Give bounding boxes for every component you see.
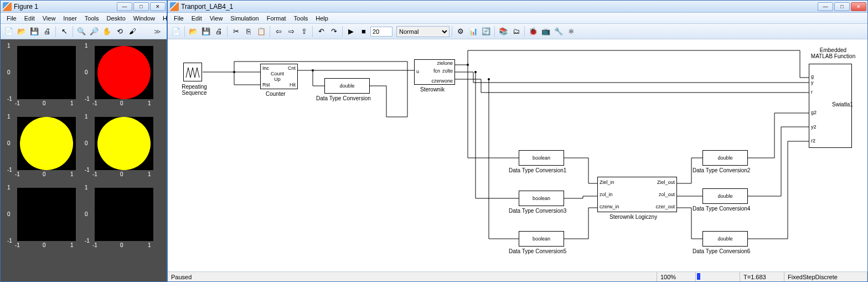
zoom-out-icon[interactable]: 🔎 xyxy=(88,25,100,38)
build-icon[interactable]: ⚙ xyxy=(454,25,467,38)
tick-label: 0 xyxy=(43,171,46,177)
tick-label: 1 xyxy=(85,43,88,49)
target-icon[interactable]: 📊 xyxy=(467,25,479,38)
tick-label: -1 xyxy=(15,242,20,248)
label-embed: Embedded MATLAB Function xyxy=(805,47,861,59)
new-icon[interactable]: 📄 xyxy=(3,25,15,38)
forward-icon[interactable]: ⇨ xyxy=(285,25,297,38)
label-swiatla: Swiatla1 xyxy=(832,101,853,107)
menu-view[interactable]: View xyxy=(206,14,227,23)
menu-tools[interactable]: Tools xyxy=(81,14,103,23)
block-sterownik[interactable]: u zielone fcn zolte czerwone xyxy=(414,59,455,85)
zoom-in-icon[interactable]: 🔍 xyxy=(75,25,87,38)
refresh-icon[interactable]: 🔄 xyxy=(480,25,492,38)
up-icon[interactable]: ⇧ xyxy=(298,25,310,38)
block-dtc5[interactable]: boolean xyxy=(519,231,564,247)
tick-label: 1 xyxy=(7,114,11,120)
menu-edit[interactable]: Edit xyxy=(20,14,39,23)
tick-label: 0 xyxy=(7,69,11,75)
copy-icon[interactable]: ⎘ xyxy=(242,25,255,38)
maximize-button[interactable]: □ xyxy=(133,2,149,11)
tick-label: 1 xyxy=(148,100,151,106)
block-dtc2[interactable]: double xyxy=(702,150,748,166)
figure-titlebar[interactable]: Figure 1 — □ ✕ xyxy=(1,1,167,13)
toolbar-overflow-icon[interactable]: ≫ xyxy=(151,28,164,35)
save-icon[interactable]: 💾 xyxy=(200,25,212,38)
brush-icon[interactable]: 🖌 xyxy=(126,25,138,38)
figure-toolbar: 📄 📂 💾 🖨 ↖ 🔍 🔎 ✋ ⟲ 🖌 ≫ xyxy=(1,24,167,39)
menu-file[interactable]: File xyxy=(3,14,20,23)
block-dtc6[interactable]: double xyxy=(702,231,748,247)
tick-label: -1 xyxy=(15,100,20,106)
model-icon[interactable]: ⚛ xyxy=(565,25,577,38)
label-dtc3: Data Type Conversion3 xyxy=(509,208,566,214)
back-icon[interactable]: ⇦ xyxy=(272,25,285,38)
scope-icon[interactable]: 📺 xyxy=(540,25,552,38)
pan-icon[interactable]: ✋ xyxy=(101,25,113,38)
tick-label: -1 xyxy=(7,238,12,244)
block-repeating-sequence[interactable] xyxy=(183,63,202,81)
tick-label: 0 xyxy=(120,100,123,106)
config-icon[interactable]: 🔧 xyxy=(552,25,565,38)
separator xyxy=(312,26,313,37)
explorer-icon[interactable]: 🗂 xyxy=(510,25,522,38)
tick-label: 1 xyxy=(148,242,151,248)
label-sterownik: Sterownik xyxy=(420,86,445,93)
minimize-button[interactable]: — xyxy=(117,2,132,11)
menu-window[interactable]: Window xyxy=(130,14,159,23)
menu-tools[interactable]: Tools xyxy=(290,14,312,23)
pointer-icon[interactable]: ↖ xyxy=(58,25,70,38)
menu-view[interactable]: View xyxy=(39,14,60,23)
cut-icon[interactable]: ✂ xyxy=(230,25,242,38)
stop-icon[interactable]: ■ xyxy=(358,25,370,38)
tick-label: 1 xyxy=(70,242,74,248)
circle-light xyxy=(20,117,73,170)
menu-insert[interactable]: Inser xyxy=(59,14,80,23)
block-counter[interactable]: Inc Rst Cnt Hit Count Up xyxy=(260,64,298,89)
rotate-icon[interactable]: ⟲ xyxy=(113,25,126,38)
sim-mode-select[interactable]: Normal xyxy=(396,26,450,37)
tick-label: -1 xyxy=(92,242,97,248)
open-icon[interactable]: 📂 xyxy=(16,25,28,38)
print-icon[interactable]: 🖨 xyxy=(213,25,225,38)
play-icon[interactable]: ▶ xyxy=(345,25,357,38)
simulink-titlebar[interactable]: Tranport_LAB4_1 — □ ✕ xyxy=(168,1,867,13)
menu-help[interactable]: Help xyxy=(312,14,332,23)
close-button[interactable]: ✕ xyxy=(150,2,166,11)
redo-icon[interactable]: ↷ xyxy=(328,25,340,38)
label-counter: Counter xyxy=(266,91,286,97)
block-dtc1[interactable]: boolean xyxy=(519,150,564,166)
print-icon[interactable]: 🖨 xyxy=(41,25,53,38)
library-icon[interactable]: 📚 xyxy=(497,25,509,38)
simulink-title: Tranport_LAB4_1 xyxy=(181,3,817,11)
close-button[interactable]: ✕ xyxy=(851,2,866,11)
menu-edit[interactable]: Edit xyxy=(188,14,206,23)
paste-icon[interactable]: 📋 xyxy=(255,25,267,38)
block-dtc3[interactable]: boolean xyxy=(519,191,564,206)
debug-icon[interactable]: 🐞 xyxy=(527,25,539,38)
menu-simulation[interactable]: Simulation xyxy=(226,14,262,23)
model-canvas[interactable]: Repeating Sequence Inc Rst Cnt Hit Count… xyxy=(168,39,867,271)
status-time: T=1.683 xyxy=(740,272,784,281)
tick-label: 0 xyxy=(43,242,46,248)
label-logic: Sterownik Logiczny xyxy=(609,214,657,220)
tick-label: -1 xyxy=(7,167,12,173)
block-logic[interactable]: Ziel_in zol_in czerw_in Ziel_out zol_out… xyxy=(597,177,677,212)
tick-label: 1 xyxy=(70,100,74,106)
svg-point-2 xyxy=(467,64,469,66)
save-icon[interactable]: 💾 xyxy=(28,25,40,38)
menu-desktop[interactable]: Deskto xyxy=(103,14,130,23)
open-icon[interactable]: 📂 xyxy=(187,25,199,38)
status-solver: FixedStepDiscrete xyxy=(784,272,867,281)
maximize-button[interactable]: □ xyxy=(834,2,850,11)
menu-file[interactable]: File xyxy=(170,14,188,23)
minimize-button[interactable]: — xyxy=(818,2,833,11)
undo-icon[interactable]: ↶ xyxy=(315,25,327,38)
new-model-icon[interactable]: 📄 xyxy=(170,25,182,38)
menu-format[interactable]: Format xyxy=(263,14,290,23)
block-dtc[interactable]: double xyxy=(324,78,370,94)
block-dtc4[interactable]: double xyxy=(702,188,748,204)
stop-time-input[interactable] xyxy=(370,27,392,37)
plot-axes: 10-1-101 xyxy=(85,114,156,179)
simulink-statusbar: Paused 100% T=1.683 FixedStepDiscrete xyxy=(168,271,867,281)
